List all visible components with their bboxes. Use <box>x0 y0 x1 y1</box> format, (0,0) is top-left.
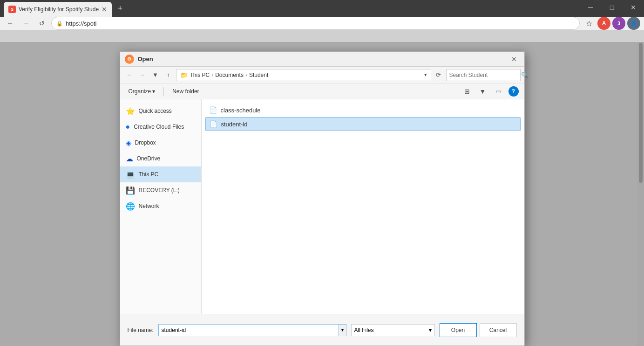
filename-value: student-id <box>162 327 186 333</box>
dialog-main: 📄 class-schedule 📄 student-id <box>202 99 524 314</box>
tab-bar: S Verify Eligibility for Spotify Stude ✕… <box>0 0 644 17</box>
breadcrumb-this-pc[interactable]: This PC <box>190 72 210 78</box>
file-name-student-id: student-id <box>221 121 248 128</box>
sidebar-item-creative-cloud[interactable]: ● Creative Cloud Files <box>120 119 201 135</box>
onedrive-icon: ☁ <box>126 154 133 163</box>
open-file-dialog: ⚙ Open ✕ ← → ▼ ↑ 📁 This PC › Documents ›… <box>120 51 525 346</box>
ext1-btn[interactable]: A <box>597 17 610 30</box>
toolbar-separator <box>163 87 164 96</box>
reload-btn[interactable]: ↺ <box>35 17 48 30</box>
file-item-student-id[interactable]: 📄 student-id <box>205 117 521 131</box>
close-btn[interactable]: ✕ <box>623 0 644 15</box>
class-schedule-icon: 📄 <box>209 106 217 114</box>
folder-icon: 📁 <box>180 71 188 79</box>
sidebar-label-creative-cloud: Creative Cloud Files <box>134 124 184 130</box>
organize-arrow: ▾ <box>152 88 155 95</box>
address-bar[interactable]: 🔒 https://spoti <box>51 17 580 30</box>
sidebar-label-dropbox: Dropbox <box>135 139 156 146</box>
quick-access-icon: ⭐ <box>126 107 135 116</box>
sidebar-label-this-pc: This PC <box>139 171 159 178</box>
tab-favicon: S <box>8 6 16 13</box>
new-folder-btn[interactable]: New folder <box>169 87 202 96</box>
dialog-titlebar: ⚙ Open ✕ <box>120 52 524 67</box>
star-btn[interactable]: ☆ <box>583 17 596 30</box>
new-tab-btn[interactable]: + <box>114 2 127 15</box>
breadcrumb-bar[interactable]: 📁 This PC › Documents › Student ▾ <box>176 69 431 81</box>
creative-cloud-icon: ● <box>126 123 130 131</box>
dialog-body: ⭐ Quick access ● Creative Cloud Files ◈ … <box>120 99 524 314</box>
browser-chrome: S Verify Eligibility for Spotify Stude ✕… <box>0 0 644 23</box>
dialog-close-btn[interactable]: ✕ <box>508 54 520 65</box>
sidebar-label-network: Network <box>139 203 159 209</box>
breadcrumb-sep2: › <box>245 72 247 78</box>
footer-buttons: Open Cancel <box>440 323 517 337</box>
tab-close-btn[interactable]: ✕ <box>102 6 107 13</box>
forward-btn[interactable]: → <box>20 17 33 30</box>
filetype-value: All Files <box>354 327 374 333</box>
address-text: https://spoti <box>66 20 96 27</box>
sidebar-label-onedrive: OneDrive <box>137 155 161 162</box>
filetype-select[interactable]: All Files ▾ <box>351 324 435 336</box>
filename-dropdown-btn[interactable]: ▾ <box>339 324 346 336</box>
dialog-recent-btn[interactable]: ▼ <box>150 69 161 81</box>
sidebar-item-quick-access[interactable]: ⭐ Quick access <box>120 103 201 119</box>
organize-label: Organize <box>129 88 151 95</box>
dialog-sidebar: ⭐ Quick access ● Creative Cloud Files ◈ … <box>120 99 202 314</box>
dialog-nav: ← → ▼ ↑ 📁 This PC › Documents › Student … <box>120 67 524 83</box>
breadcrumb-documents[interactable]: Documents <box>215 72 244 78</box>
minimize-btn[interactable]: ─ <box>580 0 601 15</box>
recovery-icon: 💾 <box>126 186 135 195</box>
sidebar-item-dropbox[interactable]: ◈ Dropbox <box>120 135 201 151</box>
view-icons-btn[interactable]: ⊞ <box>461 85 473 97</box>
sidebar-item-network[interactable]: 🌐 Network <box>120 198 201 214</box>
lock-icon: 🔒 <box>56 21 63 27</box>
window-controls: ─ □ ✕ <box>580 0 644 15</box>
sidebar-item-onedrive[interactable]: ☁ OneDrive <box>120 151 201 166</box>
organize-btn[interactable]: Organize ▾ <box>126 87 158 96</box>
maximize-btn[interactable]: □ <box>601 0 623 15</box>
dialog-back-btn[interactable]: ← <box>124 69 135 81</box>
help-btn[interactable]: ? <box>508 86 519 97</box>
sidebar-label-quick-access: Quick access <box>139 108 172 114</box>
dialog-title-icon: ⚙ <box>125 55 134 64</box>
breadcrumb-dropdown-arrow[interactable]: ▾ <box>424 72 427 78</box>
dropbox-icon: ◈ <box>126 138 131 147</box>
sidebar-item-this-pc[interactable]: 💻 This PC <box>120 166 201 182</box>
ext2-btn[interactable]: 3 <box>612 17 625 30</box>
file-name-class-schedule: class-schedule <box>221 107 261 114</box>
breadcrumb-student[interactable]: Student <box>249 72 268 78</box>
browser-toolbar: ← → ↺ 🔒 https://spoti ☆ A 3 👤 <box>0 17 644 30</box>
dialog-toolbar: Organize ▾ New folder ⊞ ▼ ▭ ? <box>120 83 524 99</box>
view-pane-btn[interactable]: ▭ <box>493 85 505 97</box>
this-pc-icon: 💻 <box>126 170 135 179</box>
filename-field-group: student-id ▾ <box>158 324 346 336</box>
profile-btn[interactable]: 👤 <box>627 17 640 30</box>
dialog-forward-btn[interactable]: → <box>137 69 148 81</box>
view-details-btn[interactable]: ▼ <box>477 85 489 97</box>
dialog-title: Open <box>138 55 505 62</box>
file-item-class-schedule[interactable]: 📄 class-schedule <box>205 103 521 117</box>
filename-input[interactable]: student-id <box>158 324 339 336</box>
page-content: Add another file... ⚙ Open ✕ ← → ▼ ↑ 📁 T… <box>0 42 644 346</box>
refresh-btn[interactable]: ⟳ <box>433 69 444 81</box>
dialog-footer: File name: student-id ▾ All Files ▾ Open… <box>120 314 524 346</box>
sidebar-item-recovery[interactable]: 💾 RECOVERY (L:) <box>120 182 201 198</box>
breadcrumb-sep1: › <box>211 72 213 78</box>
network-icon: 🌐 <box>126 202 135 211</box>
cancel-btn[interactable]: Cancel <box>480 323 517 337</box>
search-box[interactable]: 🔍 <box>446 69 521 81</box>
filetype-arrow: ▾ <box>429 327 432 333</box>
tab-label: Verify Eligibility for Spotify Stude <box>19 6 99 13</box>
browser-actions: ☆ A 3 👤 <box>583 17 640 30</box>
open-btn[interactable]: Open <box>440 323 477 337</box>
search-icon: 🔍 <box>521 72 528 78</box>
search-input[interactable] <box>449 72 519 78</box>
filename-label: File name: <box>128 327 154 333</box>
dialog-up-btn[interactable]: ↑ <box>163 69 174 81</box>
sidebar-label-recovery: RECOVERY (L:) <box>139 187 180 194</box>
student-id-icon: 📄 <box>210 120 217 128</box>
active-tab[interactable]: S Verify Eligibility for Spotify Stude ✕ <box>4 2 112 17</box>
back-btn[interactable]: ← <box>4 17 17 30</box>
